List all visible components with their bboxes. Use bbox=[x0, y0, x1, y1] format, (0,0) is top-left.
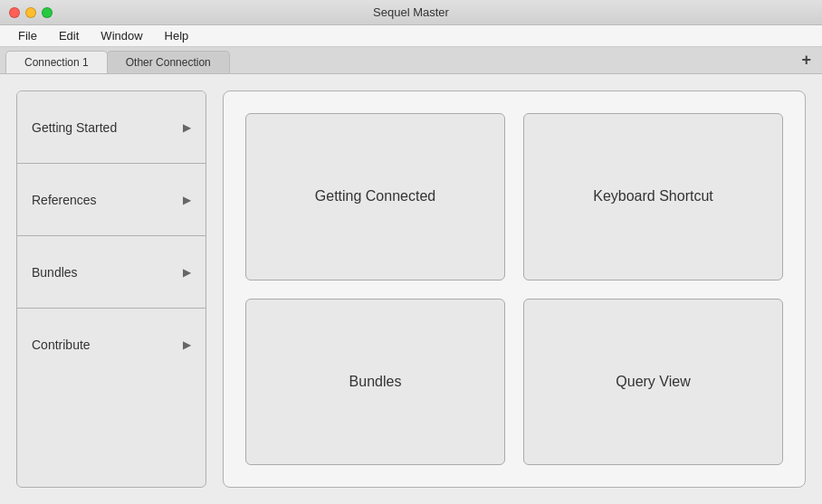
card-keyboard-shortcut[interactable]: Keyboard Shortcut bbox=[523, 113, 783, 281]
add-tab-button[interactable]: + bbox=[801, 52, 811, 68]
chevron-right-icon-getting-started: ▶ bbox=[183, 121, 191, 134]
menu-help[interactable]: Help bbox=[154, 29, 200, 43]
sidebar-item-bundles-label: Bundles bbox=[32, 265, 78, 280]
menu-file[interactable]: File bbox=[7, 29, 48, 43]
card-getting-connected-label: Getting Connected bbox=[315, 188, 435, 204]
card-keyboard-shortcut-label: Keyboard Shortcut bbox=[593, 188, 713, 204]
chevron-right-icon-references: ▶ bbox=[183, 194, 191, 206]
card-query-view[interactable]: Query View bbox=[523, 299, 783, 466]
window-title: Sequel Master bbox=[373, 5, 449, 19]
menu-window[interactable]: Window bbox=[90, 29, 153, 43]
grid-row-2: Bundles Query View bbox=[245, 299, 783, 466]
card-query-view-label: Query View bbox=[616, 374, 690, 390]
sidebar-item-contribute-label: Contribute bbox=[32, 338, 91, 352]
tab-bar: Connection 1 Other Connection + bbox=[0, 47, 822, 74]
title-bar: Sequel Master bbox=[0, 0, 822, 25]
menu-edit[interactable]: Edit bbox=[48, 29, 90, 43]
card-bundles[interactable]: Bundles bbox=[245, 299, 505, 466]
sidebar-item-bundles[interactable]: Bundles ▶ bbox=[17, 236, 206, 309]
chevron-right-icon-bundles: ▶ bbox=[183, 266, 191, 279]
main-panel: Getting Connected Keyboard Shortcut Bund… bbox=[223, 90, 806, 488]
sidebar-item-references[interactable]: References ▶ bbox=[17, 164, 206, 236]
tab-connection1[interactable]: Connection 1 bbox=[5, 51, 108, 73]
sidebar-item-contribute[interactable]: Contribute ▶ bbox=[17, 309, 206, 381]
minimize-button[interactable] bbox=[25, 7, 36, 18]
maximize-button[interactable] bbox=[42, 7, 53, 18]
sidebar-item-getting-started[interactable]: Getting Started ▶ bbox=[17, 91, 206, 164]
sidebar-item-references-label: References bbox=[32, 193, 97, 207]
chevron-right-icon-contribute: ▶ bbox=[183, 338, 191, 351]
grid-row-1: Getting Connected Keyboard Shortcut bbox=[245, 113, 783, 281]
tab-other-connection[interactable]: Other Connection bbox=[107, 51, 230, 73]
tab-connection1-label: Connection 1 bbox=[24, 56, 89, 69]
traffic-lights bbox=[9, 7, 53, 18]
card-bundles-label: Bundles bbox=[349, 374, 402, 390]
close-button[interactable] bbox=[9, 7, 20, 18]
card-getting-connected[interactable]: Getting Connected bbox=[245, 113, 505, 281]
sidebar-item-getting-started-label: Getting Started bbox=[32, 120, 117, 135]
sidebar: Getting Started ▶ References ▶ Bundles ▶… bbox=[16, 90, 206, 488]
content-area: Getting Started ▶ References ▶ Bundles ▶… bbox=[0, 74, 822, 504]
tab-other-connection-label: Other Connection bbox=[126, 56, 211, 69]
menu-bar: File Edit Window Help bbox=[0, 25, 822, 47]
